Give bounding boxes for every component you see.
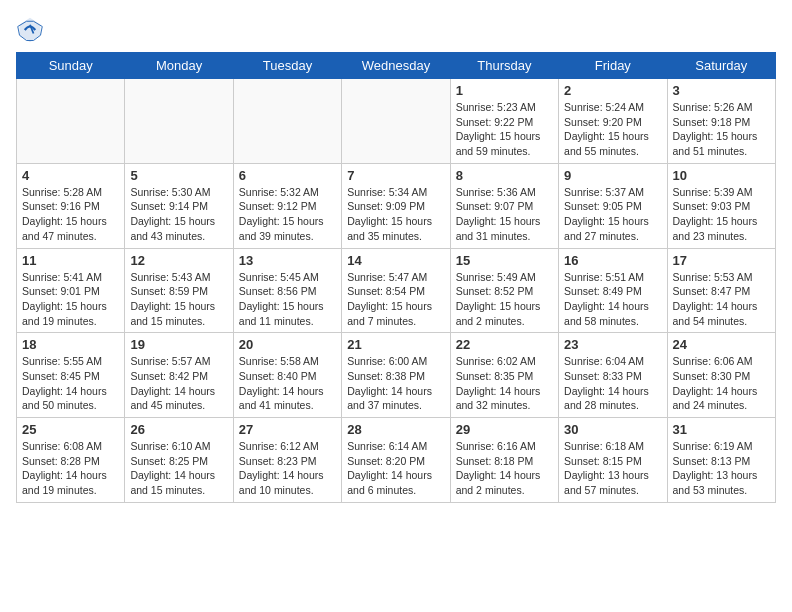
day-info: Sunrise: 6:10 AMSunset: 8:25 PMDaylight:… <box>130 439 227 498</box>
day-info: Sunrise: 5:23 AMSunset: 9:22 PMDaylight:… <box>456 100 553 159</box>
day-number: 12 <box>130 253 227 268</box>
calendar-week-row: 18Sunrise: 5:55 AMSunset: 8:45 PMDayligh… <box>17 333 776 418</box>
day-number: 17 <box>673 253 770 268</box>
calendar-cell: 22Sunrise: 6:02 AMSunset: 8:35 PMDayligh… <box>450 333 558 418</box>
day-info: Sunrise: 5:55 AMSunset: 8:45 PMDaylight:… <box>22 354 119 413</box>
day-number: 18 <box>22 337 119 352</box>
calendar-cell: 24Sunrise: 6:06 AMSunset: 8:30 PMDayligh… <box>667 333 775 418</box>
calendar-cell: 12Sunrise: 5:43 AMSunset: 8:59 PMDayligh… <box>125 248 233 333</box>
day-info: Sunrise: 5:26 AMSunset: 9:18 PMDaylight:… <box>673 100 770 159</box>
calendar-cell: 20Sunrise: 5:58 AMSunset: 8:40 PMDayligh… <box>233 333 341 418</box>
calendar-cell: 17Sunrise: 5:53 AMSunset: 8:47 PMDayligh… <box>667 248 775 333</box>
day-info: Sunrise: 6:18 AMSunset: 8:15 PMDaylight:… <box>564 439 661 498</box>
day-number: 5 <box>130 168 227 183</box>
day-info: Sunrise: 5:39 AMSunset: 9:03 PMDaylight:… <box>673 185 770 244</box>
calendar-cell: 14Sunrise: 5:47 AMSunset: 8:54 PMDayligh… <box>342 248 450 333</box>
day-number: 23 <box>564 337 661 352</box>
calendar-header-saturday: Saturday <box>667 53 775 79</box>
calendar-week-row: 11Sunrise: 5:41 AMSunset: 9:01 PMDayligh… <box>17 248 776 333</box>
calendar-cell: 16Sunrise: 5:51 AMSunset: 8:49 PMDayligh… <box>559 248 667 333</box>
day-info: Sunrise: 5:32 AMSunset: 9:12 PMDaylight:… <box>239 185 336 244</box>
day-number: 13 <box>239 253 336 268</box>
calendar-cell <box>125 79 233 164</box>
calendar-cell: 23Sunrise: 6:04 AMSunset: 8:33 PMDayligh… <box>559 333 667 418</box>
calendar-cell: 31Sunrise: 6:19 AMSunset: 8:13 PMDayligh… <box>667 418 775 503</box>
day-number: 28 <box>347 422 444 437</box>
page-header <box>16 16 776 44</box>
day-number: 9 <box>564 168 661 183</box>
day-number: 3 <box>673 83 770 98</box>
calendar-week-row: 25Sunrise: 6:08 AMSunset: 8:28 PMDayligh… <box>17 418 776 503</box>
day-number: 7 <box>347 168 444 183</box>
calendar-week-row: 4Sunrise: 5:28 AMSunset: 9:16 PMDaylight… <box>17 163 776 248</box>
day-number: 29 <box>456 422 553 437</box>
calendar-cell: 2Sunrise: 5:24 AMSunset: 9:20 PMDaylight… <box>559 79 667 164</box>
day-number: 27 <box>239 422 336 437</box>
calendar-cell: 25Sunrise: 6:08 AMSunset: 8:28 PMDayligh… <box>17 418 125 503</box>
day-info: Sunrise: 6:04 AMSunset: 8:33 PMDaylight:… <box>564 354 661 413</box>
calendar-cell: 29Sunrise: 6:16 AMSunset: 8:18 PMDayligh… <box>450 418 558 503</box>
calendar-cell: 8Sunrise: 5:36 AMSunset: 9:07 PMDaylight… <box>450 163 558 248</box>
calendar-cell <box>233 79 341 164</box>
day-number: 20 <box>239 337 336 352</box>
day-number: 10 <box>673 168 770 183</box>
day-info: Sunrise: 6:08 AMSunset: 8:28 PMDaylight:… <box>22 439 119 498</box>
calendar-cell: 9Sunrise: 5:37 AMSunset: 9:05 PMDaylight… <box>559 163 667 248</box>
calendar-cell: 6Sunrise: 5:32 AMSunset: 9:12 PMDaylight… <box>233 163 341 248</box>
calendar-cell: 21Sunrise: 6:00 AMSunset: 8:38 PMDayligh… <box>342 333 450 418</box>
day-number: 1 <box>456 83 553 98</box>
calendar-cell: 30Sunrise: 6:18 AMSunset: 8:15 PMDayligh… <box>559 418 667 503</box>
calendar-cell: 11Sunrise: 5:41 AMSunset: 9:01 PMDayligh… <box>17 248 125 333</box>
day-number: 25 <box>22 422 119 437</box>
day-info: Sunrise: 5:47 AMSunset: 8:54 PMDaylight:… <box>347 270 444 329</box>
day-info: Sunrise: 6:02 AMSunset: 8:35 PMDaylight:… <box>456 354 553 413</box>
calendar-cell: 28Sunrise: 6:14 AMSunset: 8:20 PMDayligh… <box>342 418 450 503</box>
calendar-cell: 7Sunrise: 5:34 AMSunset: 9:09 PMDaylight… <box>342 163 450 248</box>
day-number: 21 <box>347 337 444 352</box>
day-number: 31 <box>673 422 770 437</box>
calendar-header-row: SundayMondayTuesdayWednesdayThursdayFrid… <box>17 53 776 79</box>
day-number: 22 <box>456 337 553 352</box>
day-info: Sunrise: 5:36 AMSunset: 9:07 PMDaylight:… <box>456 185 553 244</box>
day-info: Sunrise: 6:14 AMSunset: 8:20 PMDaylight:… <box>347 439 444 498</box>
day-number: 4 <box>22 168 119 183</box>
day-info: Sunrise: 6:19 AMSunset: 8:13 PMDaylight:… <box>673 439 770 498</box>
calendar-table: SundayMondayTuesdayWednesdayThursdayFrid… <box>16 52 776 503</box>
day-info: Sunrise: 6:00 AMSunset: 8:38 PMDaylight:… <box>347 354 444 413</box>
calendar-cell: 27Sunrise: 6:12 AMSunset: 8:23 PMDayligh… <box>233 418 341 503</box>
logo-icon <box>16 16 44 44</box>
day-info: Sunrise: 5:37 AMSunset: 9:05 PMDaylight:… <box>564 185 661 244</box>
logo <box>16 16 48 44</box>
day-info: Sunrise: 5:24 AMSunset: 9:20 PMDaylight:… <box>564 100 661 159</box>
day-info: Sunrise: 5:53 AMSunset: 8:47 PMDaylight:… <box>673 270 770 329</box>
day-number: 2 <box>564 83 661 98</box>
calendar-header-tuesday: Tuesday <box>233 53 341 79</box>
day-info: Sunrise: 5:41 AMSunset: 9:01 PMDaylight:… <box>22 270 119 329</box>
day-number: 24 <box>673 337 770 352</box>
day-info: Sunrise: 5:49 AMSunset: 8:52 PMDaylight:… <box>456 270 553 329</box>
calendar-cell: 15Sunrise: 5:49 AMSunset: 8:52 PMDayligh… <box>450 248 558 333</box>
calendar-week-row: 1Sunrise: 5:23 AMSunset: 9:22 PMDaylight… <box>17 79 776 164</box>
day-number: 8 <box>456 168 553 183</box>
day-number: 14 <box>347 253 444 268</box>
day-info: Sunrise: 5:58 AMSunset: 8:40 PMDaylight:… <box>239 354 336 413</box>
day-number: 16 <box>564 253 661 268</box>
day-info: Sunrise: 5:45 AMSunset: 8:56 PMDaylight:… <box>239 270 336 329</box>
day-info: Sunrise: 5:30 AMSunset: 9:14 PMDaylight:… <box>130 185 227 244</box>
day-info: Sunrise: 5:34 AMSunset: 9:09 PMDaylight:… <box>347 185 444 244</box>
day-info: Sunrise: 6:12 AMSunset: 8:23 PMDaylight:… <box>239 439 336 498</box>
calendar-cell: 18Sunrise: 5:55 AMSunset: 8:45 PMDayligh… <box>17 333 125 418</box>
day-number: 15 <box>456 253 553 268</box>
day-info: Sunrise: 5:43 AMSunset: 8:59 PMDaylight:… <box>130 270 227 329</box>
day-number: 26 <box>130 422 227 437</box>
day-info: Sunrise: 6:16 AMSunset: 8:18 PMDaylight:… <box>456 439 553 498</box>
calendar-cell: 3Sunrise: 5:26 AMSunset: 9:18 PMDaylight… <box>667 79 775 164</box>
calendar-header-monday: Monday <box>125 53 233 79</box>
calendar-header-thursday: Thursday <box>450 53 558 79</box>
day-info: Sunrise: 5:28 AMSunset: 9:16 PMDaylight:… <box>22 185 119 244</box>
calendar-cell: 1Sunrise: 5:23 AMSunset: 9:22 PMDaylight… <box>450 79 558 164</box>
calendar-cell: 19Sunrise: 5:57 AMSunset: 8:42 PMDayligh… <box>125 333 233 418</box>
calendar-cell: 13Sunrise: 5:45 AMSunset: 8:56 PMDayligh… <box>233 248 341 333</box>
calendar-header-sunday: Sunday <box>17 53 125 79</box>
calendar-cell <box>17 79 125 164</box>
